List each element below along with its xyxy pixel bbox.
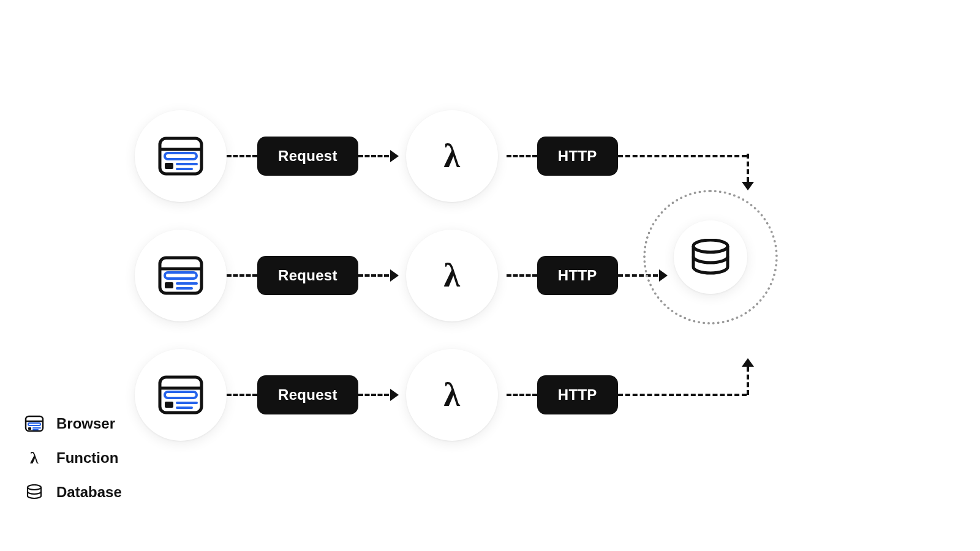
legend-label: Function xyxy=(56,449,118,467)
browser-node xyxy=(135,349,227,441)
database-icon xyxy=(26,484,43,500)
legend-label: Browser xyxy=(56,415,115,432)
flow-row: Request λ HTTP xyxy=(135,110,747,202)
browser-icon xyxy=(24,415,44,432)
browser-node xyxy=(135,230,227,321)
function-node: λ xyxy=(406,110,498,202)
lambda-icon: λ xyxy=(30,448,39,468)
connector-line xyxy=(358,274,389,277)
lambda-icon: λ xyxy=(444,137,461,175)
legend-item-function: λ Function xyxy=(24,448,122,468)
database-node xyxy=(643,190,778,324)
function-node: λ xyxy=(406,349,498,441)
connector-line xyxy=(227,274,257,277)
connector-line xyxy=(618,394,747,396)
database-ring xyxy=(643,190,778,324)
flow-row: Request λ HTTP xyxy=(135,349,747,441)
connector-line xyxy=(227,394,257,396)
arrow-down-icon xyxy=(742,182,754,190)
function-node: λ xyxy=(406,230,498,321)
http-label: HTTP xyxy=(537,137,618,176)
http-label: HTTP xyxy=(537,256,618,295)
arrow-up-icon xyxy=(742,358,754,367)
legend-item-browser: Browser xyxy=(24,414,122,433)
legend-item-database: Database xyxy=(24,482,122,502)
browser-icon xyxy=(156,135,205,178)
connector-line xyxy=(507,394,537,396)
connector-line xyxy=(747,367,749,395)
arrow-right-icon xyxy=(390,269,399,282)
connector-line xyxy=(358,394,389,396)
http-label: HTTP xyxy=(537,375,618,414)
browser-icon xyxy=(156,254,205,297)
connector-line xyxy=(507,155,537,157)
lambda-icon: λ xyxy=(444,257,461,294)
request-label: Request xyxy=(257,375,358,414)
lambda-icon: λ xyxy=(444,376,461,414)
connector-line xyxy=(507,274,537,277)
legend: Browser λ Function Database xyxy=(24,414,122,502)
connector-line xyxy=(358,155,389,157)
arrow-right-icon xyxy=(390,389,399,401)
request-label: Request xyxy=(257,256,358,295)
connector-line xyxy=(227,155,257,157)
arrow-right-icon xyxy=(390,150,399,162)
request-label: Request xyxy=(257,137,358,176)
browser-node xyxy=(135,110,227,202)
connector-line xyxy=(618,155,747,157)
browser-icon xyxy=(156,373,205,416)
connector-line xyxy=(747,154,749,182)
legend-label: Database xyxy=(56,484,122,501)
